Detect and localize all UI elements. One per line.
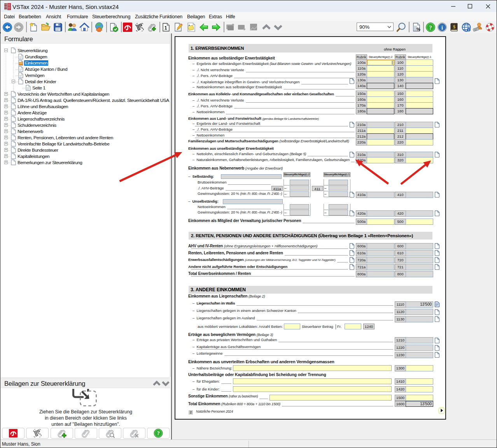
- svg-text:1: 1: [164, 25, 167, 31]
- svg-text:i: i: [441, 25, 443, 31]
- svg-text:!: !: [468, 28, 469, 32]
- svg-text:?: ?: [157, 430, 159, 436]
- svg-text:$: $: [453, 24, 455, 30]
- svg-text:?: ?: [429, 24, 432, 31]
- svg-text:%: %: [416, 27, 420, 32]
